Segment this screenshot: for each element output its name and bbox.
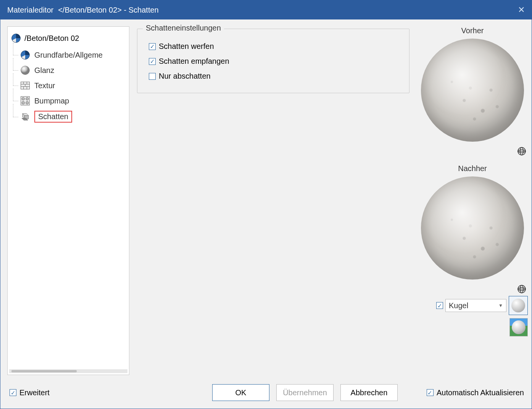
preview-after-label: Nachher — [458, 164, 487, 175]
globe-icon[interactable] — [516, 284, 527, 294]
select-value: Kugel — [449, 301, 468, 310]
svg-point-17 — [26, 102, 29, 104]
pie-icon — [11, 33, 21, 44]
checkbox-receive-shadow[interactable] — [149, 58, 156, 65]
tree-root-label: /Beton/Beton 02 — [24, 34, 79, 43]
tree-children: Grundfarbe/Allgeme Glanz — [20, 47, 126, 125]
sphere-icon — [512, 320, 526, 334]
tree-item-textur[interactable]: Textur — [20, 78, 126, 93]
ok-button[interactable]: OK — [212, 384, 269, 401]
preview-column: Vorher Nachher — [417, 26, 528, 375]
checkbox-only-shadow[interactable] — [149, 73, 156, 80]
content-area: /Beton/Beton 02 Grundfarbe/Allgeme — [0, 19, 532, 379]
preview-shape-select[interactable]: Kugel ▼ — [445, 299, 506, 312]
checkbox-label: Schatten werfen — [159, 42, 214, 51]
apply-button[interactable]: Übernehmen — [276, 384, 334, 401]
preview-before-label: Vorher — [461, 26, 484, 37]
cancel-button[interactable]: Abbrechen — [340, 384, 398, 401]
tree-pane: /Beton/Beton 02 Grundfarbe/Allgeme — [7, 26, 129, 375]
tree-item-label: Schatten — [34, 111, 72, 123]
tree-item-label: Glanz — [34, 66, 54, 75]
globe-icon[interactable] — [516, 146, 527, 157]
svg-point-16 — [22, 102, 24, 104]
pie-icon — [20, 50, 31, 60]
tree-item-glanz[interactable]: Glanz — [20, 63, 126, 78]
ball-icon — [20, 65, 31, 76]
auto-update-label: Automatisch Aktualisieren — [437, 388, 524, 397]
preview-sphere-after — [421, 176, 524, 280]
row-receive-shadow: Schatten empfangen — [149, 54, 398, 69]
titlebar: Materialeditor </Beton/Beton 02> - Schat… — [0, 0, 532, 19]
preview-after — [419, 175, 526, 281]
bottom-bar: Erweitert OK Übernehmen Abbrechen Automa… — [0, 379, 532, 409]
bump-icon — [20, 95, 31, 106]
settings-pane: Schatteneinstellungen Schatten werfen Sc… — [137, 26, 409, 375]
tree-item-label: Grundfarbe/Allgeme — [34, 51, 103, 60]
titlebar-path: </Beton/Beton 02> - Schatten — [58, 6, 159, 15]
preview-sphere-before — [421, 39, 524, 142]
erweitert-label: Erweitert — [19, 388, 50, 397]
scrollbar-thumb[interactable] — [11, 370, 77, 372]
tree-item-label: Bumpmap — [34, 97, 69, 105]
tree-item-bumpmap[interactable]: Bumpmap — [20, 93, 126, 108]
close-icon[interactable]: ✕ — [518, 5, 525, 15]
tree-root[interactable]: /Beton/Beton 02 — [11, 32, 126, 47]
material-editor-window: Materialeditor </Beton/Beton 02> - Schat… — [0, 0, 532, 409]
checkbox-label: Schatten empfangen — [159, 57, 229, 66]
sphere-icon — [511, 299, 525, 312]
svg-point-14 — [22, 97, 24, 100]
preview-shape-sphere-button[interactable] — [509, 296, 528, 315]
preview-shape-row: Kugel ▼ — [436, 296, 528, 315]
tree-item-grundfarbe[interactable]: Grundfarbe/Allgeme — [20, 47, 126, 63]
cubes-icon — [20, 112, 31, 122]
checkbox-auto-update[interactable] — [427, 389, 434, 396]
svg-point-4 — [21, 66, 30, 75]
checkbox-label: Nur abschatten — [159, 72, 211, 81]
shadow-settings-group: Schatteneinstellungen Schatten werfen Sc… — [137, 29, 409, 93]
titlebar-app: Materialeditor — [7, 6, 53, 15]
tree-item-schatten[interactable]: Schatten — [20, 108, 126, 125]
tree-h-scrollbar[interactable] — [9, 369, 127, 373]
svg-point-15 — [26, 97, 29, 100]
brick-icon — [20, 80, 31, 91]
tree-item-label: Textur — [34, 81, 55, 90]
checkbox-preview-shape[interactable] — [436, 302, 443, 309]
chevron-down-icon: ▼ — [498, 303, 503, 308]
row-only-shadow: Nur abschatten — [149, 69, 398, 84]
row-cast-shadow: Schatten werfen — [149, 39, 398, 54]
checkbox-erweitert[interactable] — [10, 389, 16, 396]
group-title: Schatteneinstellungen — [143, 24, 224, 32]
checkbox-cast-shadow[interactable] — [149, 43, 156, 50]
preview-scene-button[interactable] — [509, 318, 528, 336]
preview-before — [419, 37, 526, 144]
